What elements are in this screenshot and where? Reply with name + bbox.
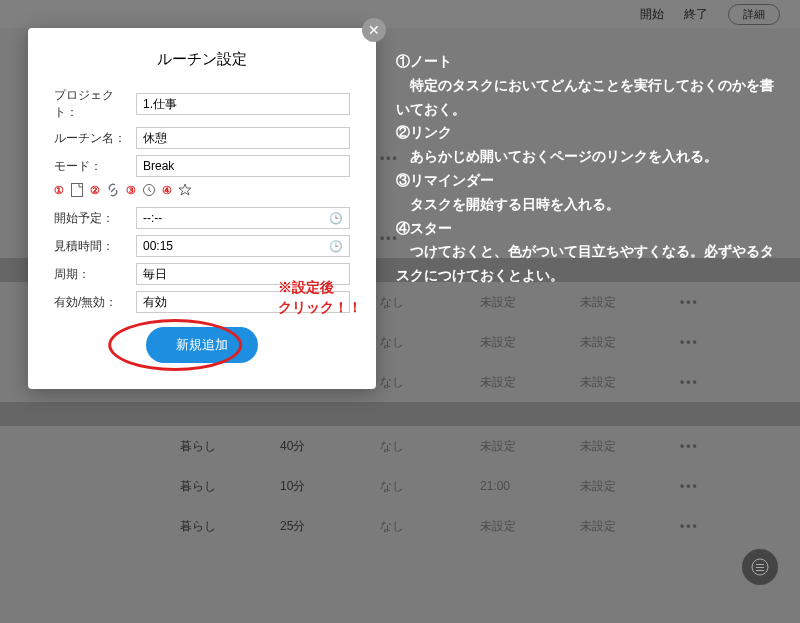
field-estimate: 見積時間： 00:15 🕒 (54, 235, 350, 257)
callout-text: ※設定後 クリック！！ (278, 278, 362, 317)
reminder-icon[interactable] (142, 183, 156, 197)
anno-note-title: ①ノート (396, 50, 776, 74)
mode-input[interactable] (136, 155, 350, 177)
table-row: 暮らし 25分 なし 未設定 未設定 ••• (0, 506, 800, 546)
more-icon[interactable]: ••• (680, 479, 740, 493)
close-icon[interactable]: ✕ (362, 18, 386, 42)
routine-settings-modal: ✕ ルーチン設定 プロジェクト： ルーチン名： モード： ① ② ③ ④ 開始予… (28, 28, 376, 389)
more-icon[interactable]: ••• (680, 439, 740, 453)
clock-icon: 🕒 (329, 240, 343, 253)
more-icon[interactable]: ••• (680, 335, 740, 349)
routine-name-label: ルーチン名： (54, 130, 136, 147)
start-plan-label: 開始予定： (54, 210, 136, 227)
anno-note-desc: 特定のタスクにおいてどんなことを実行しておくのかを書いておく。 (396, 74, 776, 122)
header-end: 終了 (684, 6, 708, 23)
cycle-label: 周期： (54, 266, 136, 283)
field-start-plan: 開始予定： --:-- 🕒 (54, 207, 350, 229)
more-icon[interactable]: ••• (680, 519, 740, 533)
note-icon[interactable] (70, 183, 84, 197)
table-row: 暮らし 40分 なし 未設定 未設定 ••• (0, 426, 800, 466)
estimate-input[interactable]: 00:15 🕒 (136, 235, 350, 257)
estimate-label: 見積時間： (54, 238, 136, 255)
fab-button[interactable] (742, 549, 778, 585)
start-plan-input[interactable]: --:-- 🕒 (136, 207, 350, 229)
table-row: 暮らし 10分 なし 21:00 未設定 ••• (0, 466, 800, 506)
svg-rect-4 (756, 567, 764, 568)
field-project: プロジェクト： (54, 87, 350, 121)
modal-title: ルーチン設定 (54, 50, 350, 69)
anno-star-desc: つけておくと、色がついて目立ちやすくなる。必ずやるタスクにつけておくとよい。 (396, 240, 776, 288)
star-icon[interactable] (178, 183, 192, 197)
section-divider (0, 402, 800, 426)
submit-area: 新規追加 (54, 327, 350, 363)
routine-name-input[interactable] (136, 127, 350, 149)
anno-link-title: ②リンク (396, 121, 776, 145)
project-input[interactable] (136, 93, 350, 115)
anno-reminder-desc: タスクを開始する日時を入れる。 (396, 193, 776, 217)
anno-star-title: ④スター (396, 217, 776, 241)
annotation-overlay: ①ノート 特定のタスクにおいてどんなことを実行しておくのかを書いておく。 ②リン… (396, 50, 776, 288)
field-mode: モード： (54, 155, 350, 177)
add-new-button[interactable]: 新規追加 (146, 327, 258, 363)
svg-rect-0 (72, 184, 83, 197)
detail-button[interactable]: 詳細 (728, 4, 780, 25)
svg-rect-5 (756, 570, 764, 571)
enabled-label: 有効/無効： (54, 294, 136, 311)
mode-label: モード： (54, 158, 136, 175)
link-icon[interactable] (106, 183, 120, 197)
field-routine-name: ルーチン名： (54, 127, 350, 149)
bg-header: 開始 終了 詳細 (0, 0, 800, 28)
annotation-num-1: ① (54, 184, 64, 197)
svg-rect-3 (756, 564, 764, 565)
more-icon[interactable]: ••• (680, 375, 740, 389)
annotation-num-2: ② (90, 184, 100, 197)
clock-icon: 🕒 (329, 212, 343, 225)
more-icon[interactable]: ••• (680, 295, 740, 309)
annotation-num-3: ③ (126, 184, 136, 197)
icon-toolbar: ① ② ③ ④ (54, 183, 350, 197)
anno-link-desc: あらかじめ開いておくページのリンクを入れる。 (396, 145, 776, 169)
project-label: プロジェクト： (54, 87, 136, 121)
header-start: 開始 (640, 6, 664, 23)
anno-reminder-title: ③リマインダー (396, 169, 776, 193)
annotation-num-4: ④ (162, 184, 172, 197)
